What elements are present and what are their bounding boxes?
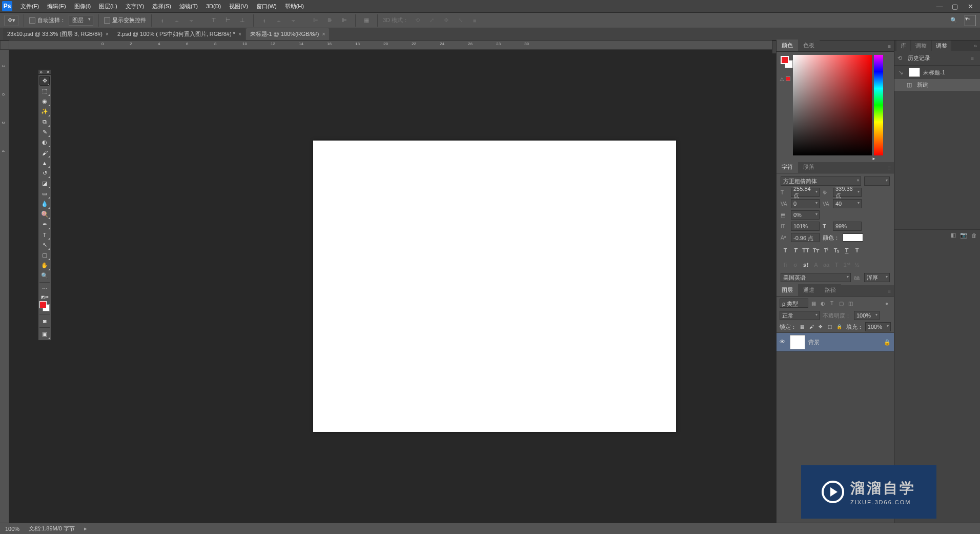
menu-help[interactable]: 帮助(H)	[281, 1, 308, 12]
menu-edit[interactable]: 编辑(E)	[43, 1, 70, 12]
color-field[interactable]	[793, 55, 872, 155]
filter-toggle[interactable]: ●	[883, 299, 891, 307]
layer-filter-type[interactable]: ρ 类型	[780, 299, 808, 308]
hscale-input[interactable]: 99%	[833, 222, 862, 231]
filter-adjustment-icon[interactable]: ◐	[819, 299, 827, 307]
vertical-ruler[interactable]: 2 0 2 4	[0, 50, 9, 523]
language-select[interactable]: 美国英语	[781, 273, 851, 282]
color-swap-mini[interactable]: ◩⇄	[39, 294, 50, 300]
align-center-h-icon[interactable]: ⫠	[171, 15, 182, 26]
menu-image[interactable]: 图像(I)	[70, 1, 95, 12]
distribute-h3-icon[interactable]: ⫟	[288, 15, 299, 26]
hue-slider[interactable]	[874, 55, 883, 155]
history-brush-tool[interactable]: ↺	[39, 168, 50, 178]
tab-adjust2[interactable]: 调整	[932, 41, 951, 51]
menu-select[interactable]: 选择(S)	[148, 1, 175, 12]
lasso-tool[interactable]: ◉	[39, 96, 50, 106]
distribute-h2-icon[interactable]: ⫠	[273, 15, 284, 26]
move-tool[interactable]: ✥	[39, 76, 50, 86]
auto-select-dropdown[interactable]: 图层	[69, 15, 93, 26]
fill-input[interactable]: 100%	[865, 322, 891, 331]
filter-type-icon[interactable]: T	[828, 299, 836, 307]
gradient-tool[interactable]: ▭	[39, 189, 50, 199]
crop-tool[interactable]: ⧉	[39, 117, 50, 127]
panel-menu-icon[interactable]: ≡	[885, 41, 894, 51]
healing-brush-tool[interactable]: ◐	[39, 137, 50, 147]
lock-all-icon[interactable]: 🔒	[835, 323, 843, 330]
filter-shape-icon[interactable]: ▢	[837, 299, 845, 307]
pen-tool[interactable]: ✒	[39, 220, 50, 229]
auto-select-checkbox[interactable]	[29, 17, 35, 24]
panel-menu-icon[interactable]: ≡	[968, 53, 977, 63]
show-transform-checkbox[interactable]	[104, 17, 110, 24]
auto-align-icon[interactable]: ▦	[361, 15, 372, 26]
leading-input[interactable]: 339.36 点	[833, 188, 862, 197]
menu-3d[interactable]: 3D(D)	[202, 1, 225, 11]
close-tab-icon[interactable]: ×	[322, 31, 325, 37]
ot-ornaments-button[interactable]: aa	[822, 261, 831, 269]
tab-swatches[interactable]: 色板	[798, 39, 820, 51]
filter-smart-icon[interactable]: ◫	[846, 299, 854, 307]
ot-titling-button[interactable]: A	[811, 261, 821, 269]
lock-move-icon[interactable]: ✥	[817, 323, 824, 330]
foreground-background-swatches[interactable]	[39, 300, 50, 312]
layer-item-background[interactable]: 👁 背景 🔒	[777, 332, 894, 352]
align-left-icon[interactable]: ⫞	[157, 15, 168, 26]
eyedropper-tool[interactable]: ✎	[39, 127, 50, 137]
blur-tool[interactable]: 💧	[39, 199, 50, 209]
document-tab-active[interactable]: 未标题-1 @ 100%(RGB/8#) ×	[246, 28, 330, 40]
align-bottom-icon[interactable]: ⊥	[237, 15, 248, 26]
layer-name[interactable]: 背景	[808, 339, 820, 346]
scale-pct-input[interactable]: 0%	[791, 210, 820, 220]
quickmask-tool[interactable]: ◙	[39, 316, 50, 326]
doc-info[interactable]: 文档:1.89M/0 字节	[29, 525, 75, 532]
distribute-v2-icon[interactable]: ⊪	[324, 15, 336, 26]
type-tool[interactable]: T	[39, 230, 50, 240]
distribute-h1-icon[interactable]: ⫞	[259, 15, 270, 26]
ot-ordinals-button[interactable]: T	[832, 261, 841, 269]
document-canvas[interactable]	[313, 141, 676, 432]
align-top-icon[interactable]: ⊤	[208, 15, 219, 26]
ot-swash-button[interactable]: σ	[791, 261, 800, 269]
menu-filter[interactable]: 滤镜(T)	[175, 1, 202, 12]
font-family-select[interactable]: 方正粗倩简体	[781, 176, 861, 186]
clone-stamp-tool[interactable]: ▲	[39, 158, 50, 168]
brush-tool[interactable]: 🖌	[39, 148, 50, 157]
tracking-input[interactable]: 40	[833, 199, 862, 208]
close-tab-icon[interactable]: ×	[238, 31, 241, 37]
strikethrough-button[interactable]: Ŧ	[852, 246, 862, 254]
rectangle-tool[interactable]: ▢	[39, 250, 50, 260]
collapse-icon[interactable]: »	[971, 41, 980, 51]
menu-window[interactable]: 窗口(W)	[252, 1, 281, 12]
tab-libraries[interactable]: 库	[896, 41, 910, 51]
new-snapshot-icon[interactable]: 📷	[960, 232, 967, 239]
visibility-icon[interactable]: 👁	[780, 339, 787, 346]
marquee-tool[interactable]: ⬚	[39, 86, 50, 96]
lock-icon[interactable]: 🔒	[884, 339, 891, 346]
gamut-color-swatch[interactable]	[786, 76, 790, 81]
superscript-button[interactable]: Tⁱ	[822, 246, 831, 254]
toolbox-header[interactable]: »×	[38, 69, 51, 74]
menu-layer[interactable]: 图层(L)	[95, 1, 121, 12]
screenmode-tool[interactable]: ▣	[39, 329, 50, 339]
smallcaps-button[interactable]: Tᴛ	[811, 246, 821, 254]
magic-wand-tool[interactable]: ✨	[39, 107, 50, 116]
allcaps-button[interactable]: TT	[801, 246, 810, 254]
history-step-new[interactable]: ◫ 新建	[894, 79, 980, 91]
baseline-input[interactable]: -0.96 点	[791, 233, 820, 242]
align-right-icon[interactable]: ⫟	[186, 15, 197, 26]
tab-channels[interactable]: 通道	[798, 284, 820, 296]
ot-fi-button[interactable]: fi	[781, 261, 790, 269]
history-brush-target-icon[interactable]: ↘	[899, 69, 906, 76]
antialias-select[interactable]: 浑厚	[864, 273, 890, 282]
panel-menu-icon[interactable]: ≡	[885, 286, 894, 296]
move-tool-indicator[interactable]: ✥▾	[4, 15, 18, 26]
zoom-level[interactable]: 100%	[5, 526, 19, 532]
color-fg-bg-swatches[interactable]	[781, 56, 789, 64]
filter-pixel-icon[interactable]: ▦	[809, 299, 818, 307]
panel-menu-icon[interactable]: ≡	[885, 163, 894, 173]
font-style-select[interactable]	[864, 176, 890, 186]
history-snapshot[interactable]: ↘ 未标题-1	[894, 66, 980, 79]
blend-mode-select[interactable]: 正常	[780, 311, 820, 320]
faux-italic-button[interactable]: T	[791, 246, 800, 254]
